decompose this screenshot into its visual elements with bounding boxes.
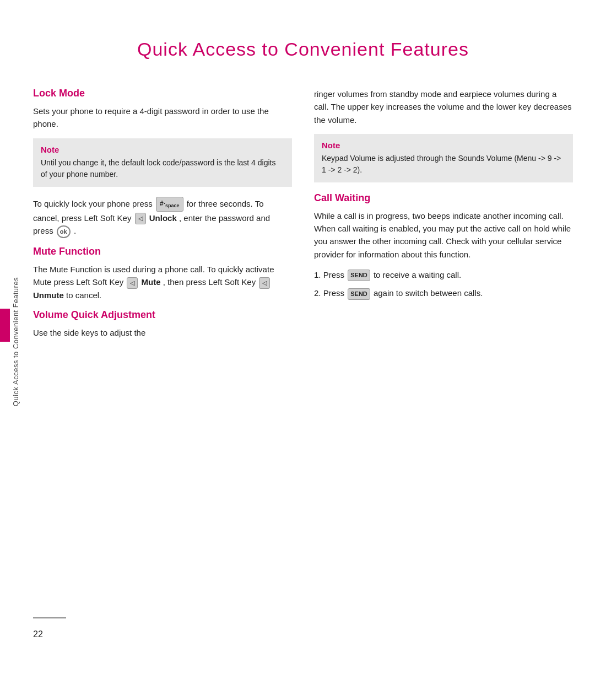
unlock-bold: Unlock bbox=[149, 213, 177, 223]
right-column: ringer volumes from standby mode and ear… bbox=[314, 88, 573, 347]
page-title: Quick Access to Convenient Features bbox=[33, 39, 573, 60]
left-column: Lock Mode Sets your phone to require a 4… bbox=[33, 88, 292, 347]
volume-body1: Use the side keys to adjust the bbox=[33, 326, 292, 339]
volume-heading: Volume Quick Adjustment bbox=[33, 309, 292, 321]
lock-body2-part1: To quickly lock your phone press bbox=[33, 198, 153, 208]
lock-mode-section: Lock Mode Sets your phone to require a 4… bbox=[33, 88, 292, 238]
volume-section: Volume Quick Adjustment Use the side key… bbox=[33, 309, 292, 339]
lock-mode-note: Note Until you change it, the default lo… bbox=[33, 138, 292, 187]
call-waiting-list: 1. Press SEND to receive a waiting call.… bbox=[314, 268, 573, 300]
pound-key-icon: #·space bbox=[156, 197, 183, 212]
list1-text: to receive a waiting call. bbox=[374, 270, 461, 279]
list2-press: Press bbox=[323, 288, 347, 298]
send-key-icon-1: SEND bbox=[348, 270, 370, 281]
soft-key-icon-mute: ◁ bbox=[127, 277, 138, 289]
soft-key-icon-unmute: ◁ bbox=[259, 277, 270, 289]
mute-heading: Mute Function bbox=[33, 246, 292, 257]
soft-key-icon-cancel: ◁ bbox=[135, 213, 146, 224]
lock-mode-note-text: Until you change it, the default lock co… bbox=[41, 157, 284, 180]
main-content: Quick Access to Convenient Features Lock… bbox=[33, 39, 573, 656]
volume-note-label: Note bbox=[322, 141, 565, 150]
mute-body-cancel: to cancel. bbox=[66, 290, 101, 300]
lock-mode-note-label: Note bbox=[41, 145, 284, 154]
page-container: Quick Access to Convenient Features 22 Q… bbox=[0, 0, 595, 700]
list1-press: Press bbox=[323, 270, 347, 279]
mute-body-part2: , then press Left Soft Key bbox=[163, 277, 256, 287]
ok-key-icon: ok bbox=[57, 225, 71, 238]
list-item-2: 2. Press SEND again to switch between ca… bbox=[314, 287, 573, 300]
call-waiting-body: While a call is in progress, two beeps i… bbox=[314, 209, 573, 261]
two-column-layout: Lock Mode Sets your phone to require a 4… bbox=[33, 88, 573, 347]
lock-body2-end: . bbox=[74, 226, 76, 235]
list2-number: 2. bbox=[314, 288, 323, 298]
call-waiting-heading: Call Waiting bbox=[314, 192, 573, 204]
volume-note: Note Keypad Volume is adjusted through t… bbox=[314, 134, 573, 182]
lock-mode-heading: Lock Mode bbox=[33, 88, 292, 99]
send-key-icon-2: SEND bbox=[348, 288, 370, 300]
volume-cont-text: ringer volumes from standby mode and ear… bbox=[314, 88, 573, 126]
sidebar-label: Quick Access to Convenient Features bbox=[12, 277, 20, 406]
mute-bold2: Unmute bbox=[33, 290, 64, 300]
list1-number: 1. bbox=[314, 270, 323, 279]
lock-mode-body2: To quickly lock your phone press #·space… bbox=[33, 197, 292, 238]
call-waiting-section: Call Waiting While a call is in progress… bbox=[314, 192, 573, 300]
mute-body: The Mute Function is used during a phone… bbox=[33, 263, 292, 301]
mute-bold1: Mute bbox=[142, 277, 161, 287]
list-item-1: 1. Press SEND to receive a waiting call. bbox=[314, 268, 573, 282]
mute-function-section: Mute Function The Mute Function is used … bbox=[33, 246, 292, 301]
list2-text: again to switch between calls. bbox=[374, 288, 483, 298]
lock-mode-body1: Sets your phone to require a 4-digit pas… bbox=[33, 105, 292, 131]
volume-note-text: Keypad Volume is adjusted through the So… bbox=[322, 153, 565, 176]
sidebar-marker bbox=[0, 309, 10, 342]
